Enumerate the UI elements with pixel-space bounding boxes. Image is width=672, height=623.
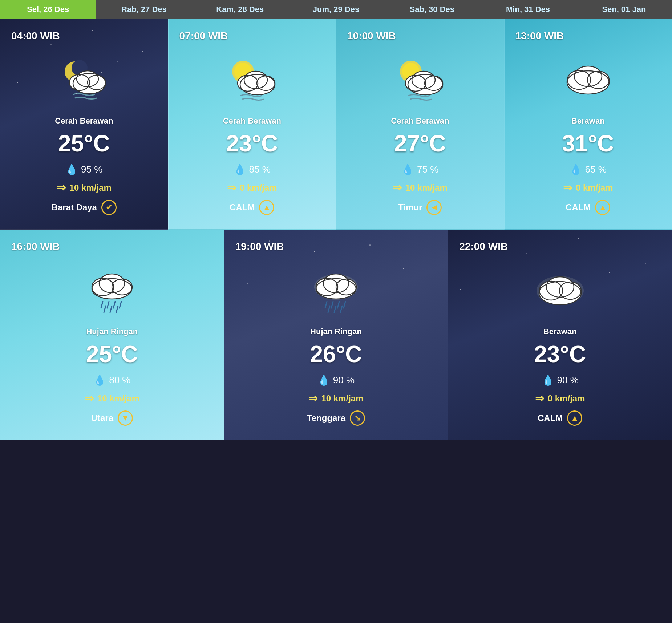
humidity-1900: 💧 90 % [317,374,355,386]
wind-arrow-icon-0700: ⇒ [227,181,236,194]
condition-0700: Cerah Berawan [223,116,281,126]
icon-2200 [527,262,593,320]
humidity-0700: 💧 85 % [234,163,271,175]
drop-icon-0700: 💧 [234,163,246,175]
direction-0700: CALM ▲ [230,200,274,215]
svg-line-47 [107,302,109,308]
weather-card-1600: 16:00 WIB [0,230,224,440]
temp-1900: 26°C [310,341,362,368]
direction-1000: Timur ◄ [398,200,442,215]
wind-2200: ⇒ 0 km/jam [535,392,585,405]
svg-line-48 [113,302,115,308]
svg-line-66 [328,306,330,312]
direction-1600: Utara ▼ [91,410,133,426]
humidity-1300: 💧 65 % [570,163,607,175]
wind-arrow-icon-1900: ⇒ [308,392,317,405]
condition-1900: Hujan Ringan [310,327,362,336]
direction-icon-2200: ▲ [567,410,582,426]
tab-sel-26[interactable]: Sel, 26 Des [0,0,96,19]
svg-line-46 [101,302,103,308]
drop-icon-1300: 💧 [570,163,582,175]
wind-1900: ⇒ 10 km/jam [308,392,363,405]
humidity-1000: 💧 75 % [401,163,438,175]
tab-min-31[interactable]: Min, 31 Des [480,0,576,19]
tab-sab-30[interactable]: Sab, 30 Des [384,0,480,19]
wind-arrow-icon-1600: ⇒ [85,392,94,405]
drop-icon-1900: 💧 [317,374,330,386]
wind-0400: ⇒ 10 km/jam [57,181,112,194]
weather-card-1900: 19:00 WIB [224,230,448,440]
direction-2200: CALM ▲ [538,410,582,426]
condition-1300: Berawan [571,116,605,126]
time-1600: 16:00 WIB [8,241,60,252]
weather-card-2200: 22:00 WIB Berawan 23°C 💧 90 % [448,230,672,440]
time-0700: 07:00 WIB [176,30,228,42]
direction-icon-1900: ↘ [350,410,365,426]
drop-icon-1000: 💧 [401,163,414,175]
weather-card-0400: 04:00 WIB Cerah Beraw [0,19,168,230]
wind-arrow-icon-0400: ⇒ [57,181,66,194]
direction-icon-1600: ▼ [118,410,133,426]
svg-line-51 [110,306,112,312]
direction-icon-0700: ▲ [259,200,274,215]
condition-1600: Hujan Ringan [86,327,138,336]
svg-line-50 [104,306,106,312]
svg-line-67 [334,306,336,312]
wind-arrow-icon-2200: ⇒ [535,392,544,405]
wind-arrow-icon-1300: ⇒ [563,181,572,194]
humidity-0400: 💧 95 % [65,163,102,175]
tab-jum-29[interactable]: Jum, 29 Des [288,0,384,19]
svg-line-49 [120,302,121,308]
wind-1600: ⇒ 10 km/jam [85,392,139,405]
svg-line-62 [325,302,327,308]
svg-line-64 [337,302,339,308]
svg-line-68 [340,306,342,312]
humidity-2200: 💧 90 % [542,374,579,386]
svg-line-52 [116,306,118,312]
icon-0700 [219,51,285,109]
wind-1000: ⇒ 10 km/jam [393,181,448,194]
time-1900: 19:00 WIB [232,241,284,252]
wind-1300: ⇒ 0 km/jam [563,181,613,194]
wind-0700: ⇒ 0 km/jam [227,181,277,194]
tab-kam-28[interactable]: Kam, 28 Des [192,0,288,19]
temp-0400: 25°C [58,130,110,157]
direction-1300: CALM ▲ [566,200,610,215]
direction-icon-1000: ◄ [426,200,442,215]
wind-arrow-icon-1000: ⇒ [393,181,402,194]
tab-sen-01[interactable]: Sen, 01 Jan [576,0,672,19]
temp-1000: 27°C [394,130,446,157]
condition-0400: Cerah Berawan [55,116,113,126]
icon-1300 [555,51,621,109]
direction-1900: Tenggara ↘ [307,410,365,426]
time-0400: 04:00 WIB [8,30,60,42]
weather-card-0700: 07:00 WIB Cerah Berawan [168,19,336,230]
svg-line-63 [331,302,333,308]
icon-1900 [303,262,369,320]
temp-2200: 23°C [534,341,586,368]
temp-0700: 23°C [226,130,278,157]
weather-grid-row1: 04:00 WIB Cerah Beraw [0,19,672,230]
svg-line-65 [344,302,345,308]
navigation-tabs: Sel, 26 Des Rab, 27 Des Kam, 28 Des Jum,… [0,0,672,19]
icon-0400 [51,51,117,109]
condition-2200: Berawan [543,327,577,336]
temp-1300: 31°C [562,130,614,157]
direction-icon-1300: ▲ [595,200,610,215]
time-2200: 22:00 WIB [456,241,508,252]
weather-card-1300: 13:00 WIB Berawan 31°C 💧 65 % ⇒ 0 km/j [504,19,672,230]
weather-grid-row2: 16:00 WIB [0,230,672,440]
drop-icon-2200: 💧 [542,374,554,386]
time-1300: 13:00 WIB [512,30,564,42]
direction-icon-0400: ✔ [101,200,117,215]
drop-icon-1600: 💧 [93,374,106,386]
time-1000: 10:00 WIB [344,30,396,42]
drop-icon-0400: 💧 [65,163,78,175]
temp-1600: 25°C [86,341,138,368]
condition-1000: Cerah Berawan [391,116,449,126]
icon-1000 [387,51,453,109]
tab-rab-27[interactable]: Rab, 27 Des [96,0,192,19]
icon-1600 [79,262,145,320]
direction-0400: Barat Daya ✔ [52,200,117,215]
humidity-1600: 💧 80 % [93,374,130,386]
